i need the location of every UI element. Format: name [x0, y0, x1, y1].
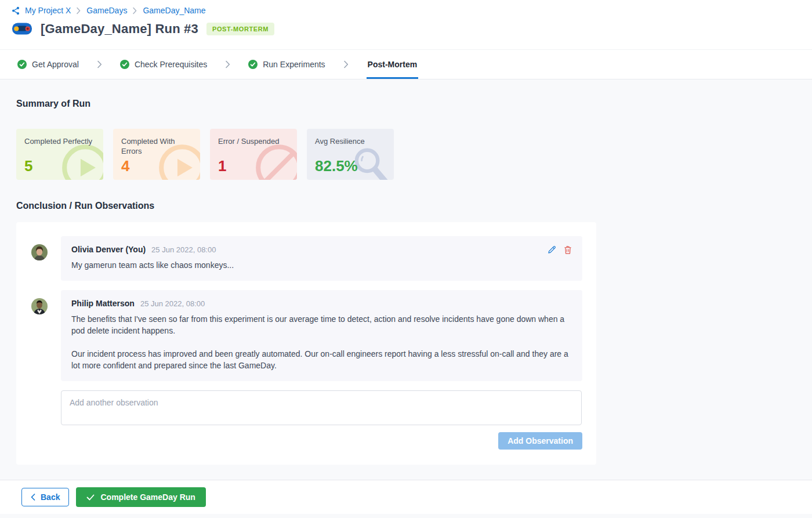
chevron-right-icon: [96, 50, 103, 79]
check-circle-icon: [248, 60, 258, 69]
add-observation-input[interactable]: [61, 390, 582, 425]
comment-timestamp: 25 Jun 2022, 08:00: [140, 299, 205, 308]
stat-label: Completed With Errors: [121, 136, 192, 156]
chevron-right-icon: [224, 50, 231, 79]
stat-value: 4: [121, 157, 129, 175]
bottom-strip: [0, 514, 812, 518]
tab-label: Run Experiments: [263, 60, 325, 69]
stat-label: Error / Suspended: [218, 136, 289, 146]
stat-card-error-suspended: Error / Suspended 1: [210, 129, 297, 180]
footer-bar: Back Complete GameDay Run: [0, 480, 812, 514]
chevron-left-icon: [31, 494, 35, 501]
add-observation-button[interactable]: Add Observation: [498, 432, 582, 450]
chevron-right-icon: [76, 7, 81, 15]
complete-button-label: Complete GameDay Run: [100, 492, 195, 502]
comment-text: My gamerun team acts like chaos monkeys.…: [71, 259, 572, 271]
page-title: [GameDay_Name] Run #3: [41, 21, 198, 37]
comment-text: The benefits that I've seen so far from …: [71, 313, 572, 336]
stat-value: 5: [24, 157, 32, 175]
avatar: [31, 298, 48, 314]
pencil-icon: [548, 245, 556, 254]
tab-get-approval[interactable]: Get Approval: [17, 50, 79, 79]
tab-label: Get Approval: [32, 60, 79, 69]
tab-label: Post-Mortem: [368, 60, 418, 69]
comment-timestamp: 25 Jun 2022, 08:00: [151, 245, 216, 254]
chevron-right-icon: [132, 7, 137, 15]
observations-heading: Conclusion / Run Observations: [16, 201, 796, 211]
stat-value: 1: [218, 157, 226, 175]
main-content: Summary of Run Completed Perfectly 5 Com…: [0, 79, 812, 480]
tab-run-experiments[interactable]: Run Experiments: [248, 50, 325, 79]
observations-card: Olivia Denver (You) 25 Jun 2022, 08:00: [16, 222, 596, 465]
chevron-right-icon: [343, 50, 349, 79]
check-circle-icon: [120, 60, 129, 69]
stat-card-completed-with-errors: Completed With Errors 4: [113, 129, 200, 180]
delete-observation-button[interactable]: [564, 245, 572, 254]
summary-cards: Completed Perfectly 5 Completed With Err…: [16, 129, 796, 180]
back-button[interactable]: Back: [21, 488, 69, 506]
tab-check-prerequisites[interactable]: Check Prerequisites: [120, 50, 207, 79]
breadcrumb: My Project X GameDays GameDay_Name: [12, 6, 812, 15]
summary-heading: Summary of Run: [16, 79, 796, 109]
comment-bubble: Olivia Denver (You) 25 Jun 2022, 08:00: [61, 236, 582, 281]
comment-author: Olivia Denver (You): [71, 245, 146, 254]
back-button-label: Back: [41, 492, 60, 502]
edit-observation-button[interactable]: [548, 245, 556, 254]
stat-label: Completed Perfectly: [24, 136, 95, 146]
status-badge: POST-MORTERM: [206, 23, 274, 35]
comment-bubble: Philip Matterson 25 Jun 2022, 08:00 The …: [61, 290, 582, 381]
comment-text: Our incident process has improved and be…: [71, 348, 572, 371]
gamepad-icon: [12, 21, 32, 37]
stat-card-completed-perfectly: Completed Perfectly 5: [16, 129, 103, 180]
stat-label: Avg Resilience: [315, 136, 386, 146]
observation-comment: Philip Matterson 25 Jun 2022, 08:00 The …: [31, 290, 582, 381]
comment-author: Philip Matterson: [71, 299, 135, 308]
breadcrumb-item-project[interactable]: My Project X: [25, 6, 71, 15]
stat-card-avg-resilience: Avg Resilience 82.5%: [307, 129, 394, 180]
trash-icon: [564, 245, 572, 254]
play-circle-icon: [60, 143, 103, 180]
breadcrumb-item-gamedays[interactable]: GameDays: [86, 6, 127, 15]
tab-post-mortem[interactable]: Post-Mortem: [367, 50, 419, 79]
avatar: [31, 244, 48, 260]
observation-comment: Olivia Denver (You) 25 Jun 2022, 08:00: [31, 236, 582, 281]
run-steps-tabbar: Get Approval Check Prerequisites Run Exp…: [0, 49, 812, 79]
check-icon: [86, 494, 95, 501]
ban-icon: [254, 143, 297, 180]
breadcrumb-item-gameday-name[interactable]: GameDay_Name: [143, 6, 205, 15]
stat-value: 82.5%: [315, 157, 358, 175]
check-circle-icon: [17, 60, 27, 69]
page-header: My Project X GameDays GameDay_Name [Game…: [0, 0, 812, 49]
complete-gameday-run-button[interactable]: Complete GameDay Run: [76, 487, 205, 507]
project-share-icon: [12, 6, 20, 15]
tab-label: Check Prerequisites: [135, 60, 207, 69]
